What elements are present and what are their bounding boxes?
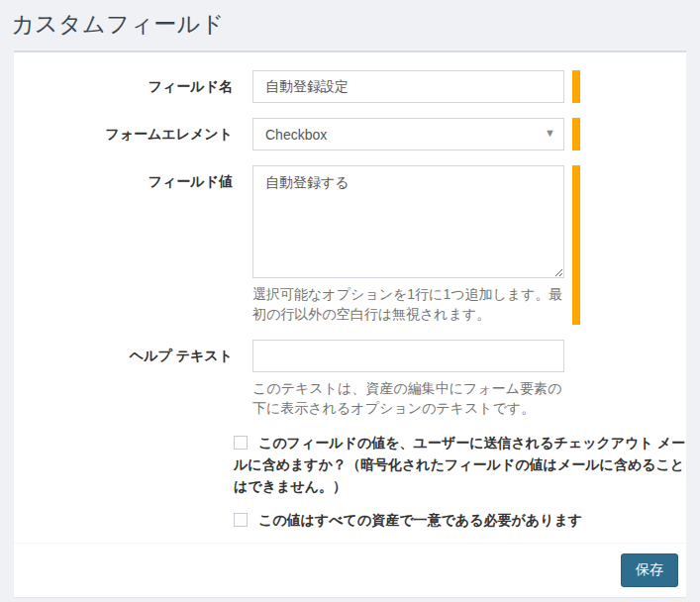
unique-checkbox-row: この値はすべての資産で一意である必要があります xyxy=(234,510,687,532)
email-checkbox[interactable] xyxy=(234,436,248,450)
field-values-row: フィールド値 自動登録する 選択可能なオプションを1行に1つ追加します。最初の行… xyxy=(24,165,676,325)
unique-checkbox[interactable] xyxy=(234,513,248,527)
form-element-row: フォームエレメント Checkbox ▼ xyxy=(24,118,676,150)
form-element-label: フォームエレメント xyxy=(24,118,233,144)
required-marker xyxy=(572,118,580,150)
field-name-label: フィールド名 xyxy=(24,70,233,96)
email-checkbox-label: このフィールドの値を、ユーザーに送信されるチェックアウト メールに含めますか？（… xyxy=(234,435,685,493)
field-values-textarea[interactable]: 自動登録する xyxy=(252,165,564,278)
field-name-row: フィールド名 xyxy=(24,70,676,103)
field-name-input[interactable] xyxy=(252,70,564,103)
email-checkbox-row: このフィールドの値を、ユーザーに送信されるチェックアウト メールに含めますか？（… xyxy=(234,433,687,497)
unique-checkbox-label-wrap[interactable]: この値はすべての資産で一意である必要があります xyxy=(234,512,582,528)
help-text-row: ヘルプ テキスト このテキストは、資産の編集中にフォーム要素の下に表示されるオプ… xyxy=(24,340,676,419)
custom-field-form-card: フィールド名 フォームエレメント Checkbox ▼ フィールド値 xyxy=(14,50,686,597)
page-title: カスタムフィールド xyxy=(11,9,688,40)
required-marker xyxy=(572,165,580,325)
help-text-help-text: このテキストは、資産の編集中にフォーム要素の下に表示されるオプションのテキストで… xyxy=(252,378,564,419)
form-element-select[interactable]: Checkbox xyxy=(252,118,564,150)
help-text-input[interactable] xyxy=(252,340,564,372)
field-values-help-text: 選択可能なオプションを1行に1つ追加します。最初の行以外の空白行は無視されます。 xyxy=(252,284,564,325)
required-marker xyxy=(572,70,580,103)
page-header: カスタムフィールド xyxy=(0,0,700,50)
email-checkbox-label-wrap[interactable]: このフィールドの値を、ユーザーに送信されるチェックアウト メールに含めますか？（… xyxy=(234,435,685,493)
unique-checkbox-label: この値はすべての資産で一意である必要があります xyxy=(258,512,582,528)
form-footer: 保存 xyxy=(14,543,686,597)
field-values-label: フィールド値 xyxy=(24,165,233,191)
form-body: フィールド名 フォームエレメント Checkbox ▼ フィールド値 xyxy=(14,52,686,543)
save-button[interactable]: 保存 xyxy=(621,553,678,587)
help-text-label: ヘルプ テキスト xyxy=(24,340,233,365)
